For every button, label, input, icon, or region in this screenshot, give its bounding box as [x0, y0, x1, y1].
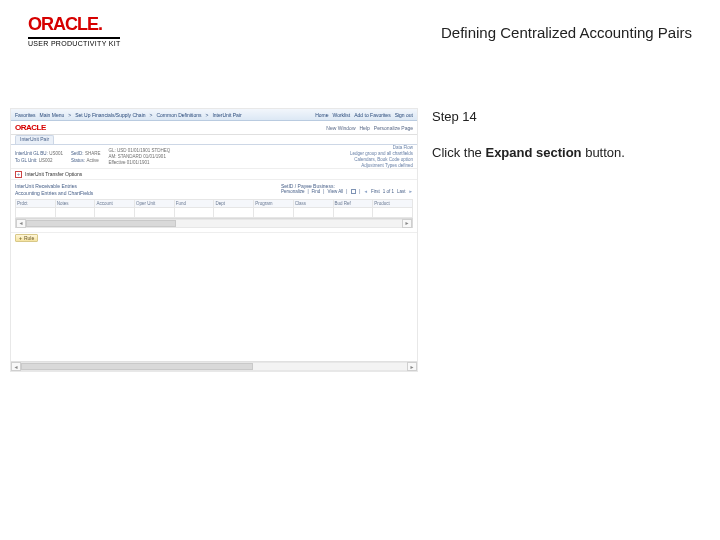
section-header: InterUnit Receivable Entries Accounting … [11, 180, 417, 199]
col-notes: Notes [55, 200, 95, 208]
grid-horizontal-scrollbar[interactable]: ◄ ► [15, 218, 413, 228]
col-budref: Bud Ref [333, 200, 373, 208]
instruction-panel: Step 14 Click the Expand section button. [432, 108, 692, 162]
rule-row: Rule [11, 232, 417, 243]
tab-interunit-pair[interactable]: InterUnit Pair [15, 135, 54, 144]
col-operunit: Oper Unit [135, 200, 175, 208]
embedded-screenshot: Favorites Main Menu> Set Up Financials/S… [10, 108, 418, 372]
page-horizontal-scrollbar[interactable]: ◄ ► [11, 361, 417, 371]
instruction-text: Click the Expand section button. [432, 144, 692, 162]
col-account: Account [95, 200, 135, 208]
scroll-right-icon[interactable]: ► [402, 219, 412, 228]
page-title: Defining Centralized Accounting Pairs [441, 24, 692, 41]
step-label: Step 14 [432, 108, 692, 126]
expand-section-label: InterUnit Transfer Options [25, 171, 82, 177]
header-fields: InterUnit GL BU: US001 To GL Unit: US002… [11, 145, 417, 169]
oracle-upk-logo: ORACLE. USER PRODUCTIVITY KIT [28, 14, 121, 47]
col-program: Program [254, 200, 294, 208]
col-dept: Dept [214, 200, 254, 208]
table-row [16, 208, 413, 218]
app-header: ORACLE New Window Help Personalize Page [11, 121, 417, 135]
oracle-subline: USER PRODUCTIVITY KIT [28, 40, 121, 47]
pager: Personalize| Find| View All| | ◄ First 1… [281, 189, 413, 194]
col-fund: Fund [174, 200, 214, 208]
nav-breadcrumb: Favorites Main Menu> Set Up Financials/S… [11, 109, 417, 121]
col-prdct: Prdct [16, 200, 56, 208]
oracle-brand: ORACLE. [28, 14, 121, 35]
col-product: Product [373, 200, 413, 208]
expand-section-row: InterUnit Transfer Options [11, 169, 417, 180]
rule-button[interactable]: Rule [15, 234, 38, 242]
tab-row: InterUnit Pair [11, 135, 417, 145]
scroll-left-icon[interactable]: ◄ [11, 362, 21, 371]
scroll-left-icon[interactable]: ◄ [16, 219, 26, 228]
oracle-mini-logo: ORACLE [15, 123, 46, 132]
expand-section-button[interactable] [15, 171, 22, 178]
grid-settings-icon[interactable] [351, 189, 356, 194]
scroll-right-icon[interactable]: ► [407, 362, 417, 371]
chartfields-table: Prdct Notes Account Oper Unit Fund Dept … [15, 199, 413, 218]
col-class: Class [293, 200, 333, 208]
